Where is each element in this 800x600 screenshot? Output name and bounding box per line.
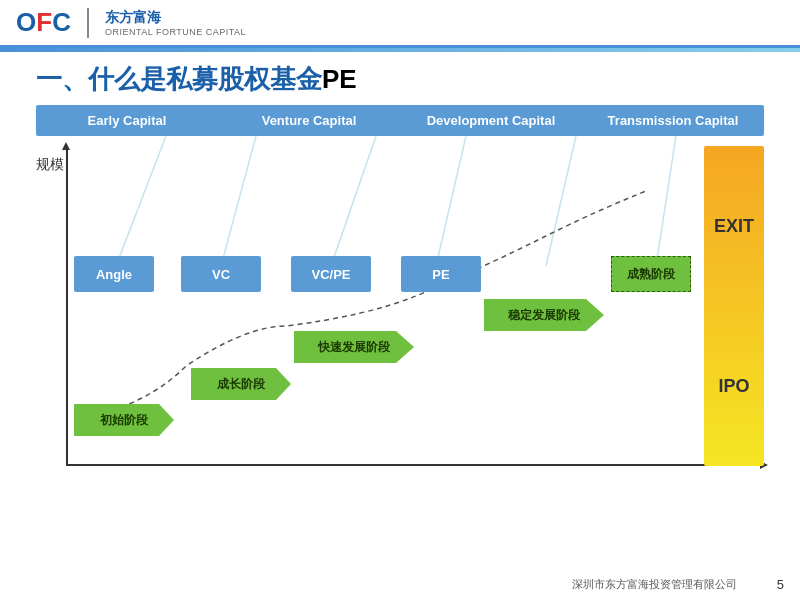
diagonal-lines-svg [66,136,756,476]
header-bar [0,48,800,52]
svg-line-0 [116,136,166,266]
svg-line-1 [221,136,256,266]
y-axis-arrow [62,142,70,150]
svg-line-2 [331,136,376,266]
arrow-stable: 稳定发展阶段 [484,299,604,331]
logo-f: F [36,7,52,38]
logo-text: 东方富海 ORIENTAL FORTUNE CAPITAL [105,9,246,37]
y-axis-label: 规模 [36,156,64,174]
stage-vcpe: VC/PE [291,256,371,292]
svg-line-4 [546,136,576,266]
stage-pe: PE [401,256,481,292]
logo-c: C [52,7,71,38]
title-chinese: 一、什么是私募股权基金 [36,64,322,94]
page-number: 5 [777,577,784,592]
footer: 深圳市东方富海投资管理有限公司 5 [572,577,784,592]
capital-item-transmission: Transmission Capital [582,113,764,128]
ipo-label: IPO [718,376,749,397]
title-section: 一、什么是私募股权基金PE [0,48,800,105]
capital-item-development: Development Capital [400,113,582,128]
svg-line-5 [656,136,676,266]
capital-item-venture: Venture Capital [218,113,400,128]
arrow-growth: 成长阶段 [191,368,291,400]
arrow-fast: 快速发展阶段 [294,331,414,363]
logo-chinese-sub: ORIENTAL FORTUNE CAPITAL [105,27,246,37]
logo-o: O [16,7,36,38]
ofc-logo: O F C [16,7,71,38]
exit-label: EXIT [714,216,754,237]
logo-divider [87,8,89,38]
company-name: 深圳市东方富海投资管理有限公司 [572,577,737,592]
exit-bar: EXIT IPO [704,146,764,466]
title-pe: PE [322,64,357,94]
y-axis [66,146,68,466]
logo: O F C 东方富海 ORIENTAL FORTUNE CAPITAL [16,7,246,38]
x-axis [66,464,764,466]
capital-item-early: Early Capital [36,113,218,128]
arrow-initial: 初始阶段 [74,404,174,436]
page-title: 一、什么是私募股权基金PE [36,62,764,97]
header: O F C 东方富海 ORIENTAL FORTUNE CAPITAL [0,0,800,48]
stage-angle: Angle [74,256,154,292]
stage-vc: VC [181,256,261,292]
svg-line-3 [436,136,466,266]
capital-bar: Early Capital Venture Capital Developmen… [36,105,764,136]
chart-area: 规模 Angle VC VC/PE PE 初始阶段 成长阶段 快速发展阶段 稳定… [36,136,764,496]
logo-chinese-main: 东方富海 [105,9,246,27]
arrow-mature: 成熟阶段 [611,256,691,292]
